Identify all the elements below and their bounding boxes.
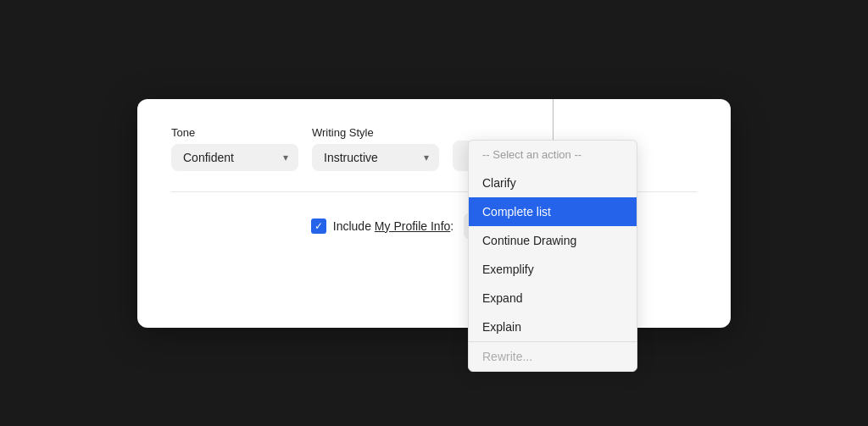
action-item-exemplify[interactable]: Exemplify (469, 255, 637, 284)
action-item-continue-drawing[interactable]: Continue Drawing (469, 226, 637, 255)
include-profile-checkbox-wrapper: ✓ Include My Profile Info: (311, 219, 453, 234)
include-profile-label: Include My Profile Info: (333, 219, 453, 233)
include-profile-checkbox[interactable]: ✓ (311, 219, 326, 234)
action-dropdown-popup: -- Select an action -- Clarify Complete … (468, 140, 637, 372)
action-item-explain[interactable]: Explain (469, 313, 637, 341)
action-dropdown-placeholder[interactable]: -- Select an action -- (469, 141, 637, 169)
tone-select-wrapper: Confident Formal Casual Friendly Humorou… (171, 144, 298, 171)
tone-select[interactable]: Confident Formal Casual Friendly Humorou… (171, 144, 298, 171)
writing-style-field-group: Writing Style Instructive Descriptive Pe… (312, 126, 439, 171)
tone-label: Tone (171, 126, 298, 139)
my-profile-info-link[interactable]: My Profile Info (375, 219, 450, 233)
include-prefix: Include (333, 219, 375, 233)
action-item-expand[interactable]: Expand (469, 284, 637, 313)
checkbox-check-icon: ✓ (314, 221, 323, 231)
writing-style-select[interactable]: Instructive Descriptive Persuasive Narra… (312, 144, 439, 171)
connector-line (553, 99, 554, 140)
action-item-clarify[interactable]: Clarify (469, 169, 637, 197)
action-item-complete-list[interactable]: Complete list (469, 197, 637, 226)
main-card: Tone Confident Formal Casual Friendly Hu… (137, 99, 731, 328)
writing-style-select-wrapper: Instructive Descriptive Persuasive Narra… (312, 144, 439, 171)
include-suffix: : (450, 219, 453, 233)
action-item-rewrite[interactable]: Rewrite... (469, 341, 637, 371)
writing-style-label: Writing Style (312, 126, 439, 139)
tone-field-group: Tone Confident Formal Casual Friendly Hu… (171, 126, 298, 171)
